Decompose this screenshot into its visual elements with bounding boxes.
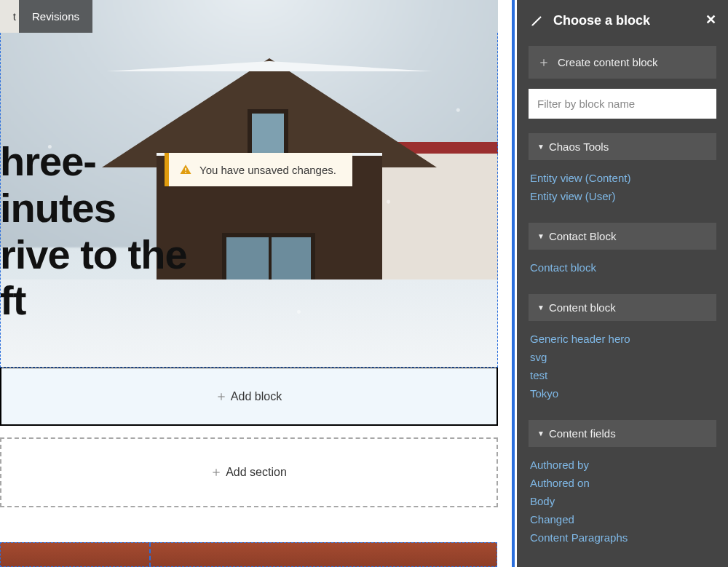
group-title: Contact Block xyxy=(549,230,617,242)
block-link-generic-header-hero[interactable]: Generic header hero xyxy=(530,330,715,348)
block-link-entity-view-user[interactable]: Entity view (User) xyxy=(530,187,715,205)
add-section-label: Add section xyxy=(226,466,287,479)
group-header-content-fields[interactable]: ▼ Content fields xyxy=(529,420,716,447)
block-link-body[interactable]: Body xyxy=(530,492,715,510)
warning-icon xyxy=(179,163,192,176)
svg-rect-0 xyxy=(185,168,186,171)
layout-builder-canvas: hree- inutes rive to the ft t Revisions … xyxy=(0,0,515,567)
group-links-chaos-tools: Entity view (Content) Entity view (User) xyxy=(529,160,716,208)
plus-icon xyxy=(211,467,221,477)
add-section-button[interactable]: Add section xyxy=(0,437,498,507)
hero-heading: hree- inutes rive to the ft xyxy=(0,138,187,324)
caret-down-icon: ▼ xyxy=(537,429,545,437)
hero-house-roof-snow xyxy=(106,61,432,71)
group-links-contact-block: Contact block xyxy=(529,250,716,279)
hero-lower-window xyxy=(222,233,315,287)
group-title: Content fields xyxy=(549,427,616,440)
block-link-tokyo[interactable]: Tokyo xyxy=(530,384,715,403)
caret-down-icon: ▼ xyxy=(537,143,545,151)
sidebar-body: Create content block ▼ Chaos Tools Entit… xyxy=(517,46,728,564)
group-links-content-fields: Authored by Authored on Body Changed Con… xyxy=(529,447,716,550)
block-link-content-paragraphs[interactable]: Content Paragraphs xyxy=(530,528,715,547)
tab-revisions[interactable]: Revisions xyxy=(19,0,92,33)
plus-icon xyxy=(216,392,226,402)
group-header-contact-block[interactable]: ▼ Contact Block xyxy=(529,223,716,250)
tab-edit-partial[interactable]: t xyxy=(0,0,19,33)
block-link-changed[interactable]: Changed xyxy=(530,510,715,528)
block-picker-sidebar: Choose a block ✕ Create content block ▼ … xyxy=(517,0,728,567)
caret-down-icon: ▼ xyxy=(537,304,545,312)
plus-icon xyxy=(539,58,549,68)
block-link-svg[interactable]: svg xyxy=(530,348,715,366)
create-content-block-label: Create content block xyxy=(558,56,658,68)
group-title: Chaos Tools xyxy=(549,140,609,153)
block-link-contact-block[interactable]: Contact block xyxy=(530,258,715,277)
sidebar-title: Choose a block xyxy=(553,13,650,28)
close-icon[interactable]: ✕ xyxy=(705,13,716,26)
primary-tabs: t Revisions xyxy=(0,0,92,33)
caret-down-icon: ▼ xyxy=(537,232,545,240)
sidebar-header: Choose a block ✕ xyxy=(517,0,728,41)
create-content-block-button[interactable]: Create content block xyxy=(529,46,716,79)
block-link-test[interactable]: test xyxy=(530,366,715,384)
group-header-chaos-tools[interactable]: ▼ Chaos Tools xyxy=(529,133,716,160)
group-title: Content block xyxy=(549,301,616,314)
svg-rect-1 xyxy=(185,172,186,173)
offcanvas-resize-handle[interactable] xyxy=(512,0,515,567)
pencil-icon xyxy=(530,15,543,28)
add-block-button[interactable]: Add block xyxy=(0,368,498,426)
block-filter xyxy=(529,89,716,119)
block-link-authored-by[interactable]: Authored by xyxy=(530,456,715,474)
hero-gable-window xyxy=(248,109,288,159)
unsaved-changes-toast: You have unsaved changes. xyxy=(165,153,352,186)
group-links-content-block: Generic header hero svg test Tokyo xyxy=(529,321,716,405)
bottom-section-region[interactable] xyxy=(0,542,497,567)
bottom-section-column-divider xyxy=(149,542,151,567)
block-link-authored-on[interactable]: Authored on xyxy=(530,474,715,492)
block-link-entity-view-content[interactable]: Entity view (Content) xyxy=(530,169,715,187)
add-block-label: Add block xyxy=(231,390,282,403)
group-header-content-block[interactable]: ▼ Content block xyxy=(529,294,716,321)
block-filter-input[interactable] xyxy=(529,89,716,119)
toast-message: You have unsaved changes. xyxy=(199,164,336,176)
